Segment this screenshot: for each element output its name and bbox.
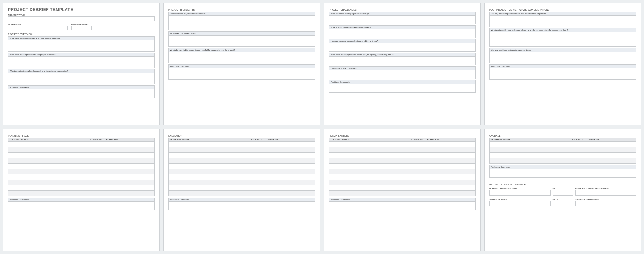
cell[interactable] (410, 142, 426, 147)
cell[interactable] (105, 169, 154, 174)
p5-additional-body[interactable] (8, 201, 155, 210)
cell[interactable] (89, 169, 105, 174)
cell[interactable] (89, 174, 105, 180)
cell[interactable] (105, 185, 154, 191)
cell[interactable] (8, 180, 89, 185)
pm-date-field[interactable] (553, 190, 573, 196)
sponsor-sig-field[interactable] (575, 201, 637, 206)
cell[interactable] (169, 147, 249, 153)
cell[interactable] (329, 174, 410, 180)
cell[interactable] (265, 158, 315, 164)
cell[interactable] (89, 153, 105, 158)
pm-sig-field[interactable] (575, 190, 637, 196)
cell[interactable] (490, 153, 570, 158)
cell[interactable] (426, 147, 475, 153)
cell[interactable] (265, 147, 315, 153)
p1-q2-body[interactable] (8, 56, 155, 68)
cell[interactable] (89, 158, 105, 164)
cell[interactable] (426, 174, 475, 180)
p4-q3-body[interactable] (489, 52, 636, 63)
cell[interactable] (249, 174, 265, 180)
cell[interactable] (265, 191, 315, 196)
p2-q3-body[interactable] (168, 52, 315, 63)
cell[interactable] (329, 142, 410, 147)
cell[interactable] (249, 153, 265, 158)
cell[interactable] (426, 180, 475, 185)
p4-q2-body[interactable] (489, 32, 636, 47)
p2-q1-body[interactable] (168, 15, 315, 30)
project-title-field[interactable] (8, 16, 155, 21)
cell[interactable] (426, 142, 475, 147)
cell[interactable] (570, 158, 586, 164)
cell[interactable] (105, 153, 154, 158)
cell[interactable] (329, 185, 410, 191)
cell[interactable] (410, 174, 426, 180)
cell[interactable] (265, 185, 315, 191)
cell[interactable] (89, 164, 105, 169)
cell[interactable] (410, 191, 426, 196)
cell[interactable] (426, 153, 475, 158)
cell[interactable] (586, 147, 636, 153)
p3-q1-body[interactable] (329, 15, 476, 24)
cell[interactable] (105, 191, 154, 196)
pm-name-field[interactable] (489, 190, 551, 196)
cell[interactable] (249, 180, 265, 185)
cell[interactable] (89, 142, 105, 147)
cell[interactable] (490, 142, 570, 147)
cell[interactable] (490, 147, 570, 153)
cell[interactable] (8, 169, 89, 174)
cell[interactable] (570, 142, 586, 147)
cell[interactable] (8, 191, 89, 196)
cell[interactable] (8, 185, 89, 191)
p6-additional-body[interactable] (168, 201, 315, 210)
date-prepared-field[interactable] (71, 26, 92, 30)
cell[interactable] (249, 169, 265, 174)
cell[interactable] (169, 142, 249, 147)
cell[interactable] (169, 164, 249, 169)
cell[interactable] (249, 142, 265, 147)
cell[interactable] (329, 147, 410, 153)
p1-q1-body[interactable] (8, 40, 155, 52)
p7-additional-body[interactable] (329, 201, 476, 210)
cell[interactable] (169, 158, 249, 164)
cell[interactable] (410, 158, 426, 164)
cell[interactable] (105, 142, 154, 147)
cell[interactable] (249, 158, 265, 164)
cell[interactable] (89, 185, 105, 191)
cell[interactable] (265, 153, 315, 158)
p1-additional-body[interactable] (8, 89, 155, 98)
p2-q2-body[interactable] (168, 35, 315, 47)
cell[interactable] (8, 147, 89, 153)
cell[interactable] (169, 169, 249, 174)
p8-additional-body[interactable] (489, 169, 636, 178)
p3-q2-body[interactable] (329, 29, 476, 38)
p1-q3-body[interactable] (8, 73, 155, 84)
sponsor-name-field[interactable] (489, 201, 551, 206)
cell[interactable] (490, 158, 570, 164)
cell[interactable] (265, 164, 315, 169)
cell[interactable] (329, 164, 410, 169)
cell[interactable] (410, 185, 426, 191)
cell[interactable] (249, 164, 265, 169)
cell[interactable] (329, 158, 410, 164)
cell[interactable] (426, 158, 475, 164)
cell[interactable] (169, 174, 249, 180)
p3-additional-body[interactable] (329, 84, 476, 93)
cell[interactable] (89, 191, 105, 196)
cell[interactable] (169, 185, 249, 191)
cell[interactable] (570, 147, 586, 153)
cell[interactable] (265, 142, 315, 147)
cell[interactable] (426, 185, 475, 191)
cell[interactable] (586, 158, 636, 164)
p3-q5-body[interactable] (329, 70, 476, 79)
cell[interactable] (169, 180, 249, 185)
cell[interactable] (89, 147, 105, 153)
cell[interactable] (410, 180, 426, 185)
cell[interactable] (410, 169, 426, 174)
cell[interactable] (249, 147, 265, 153)
cell[interactable] (169, 153, 249, 158)
cell[interactable] (586, 142, 636, 147)
cell[interactable] (265, 174, 315, 180)
cell[interactable] (570, 153, 586, 158)
p4-q1-body[interactable] (489, 15, 636, 27)
